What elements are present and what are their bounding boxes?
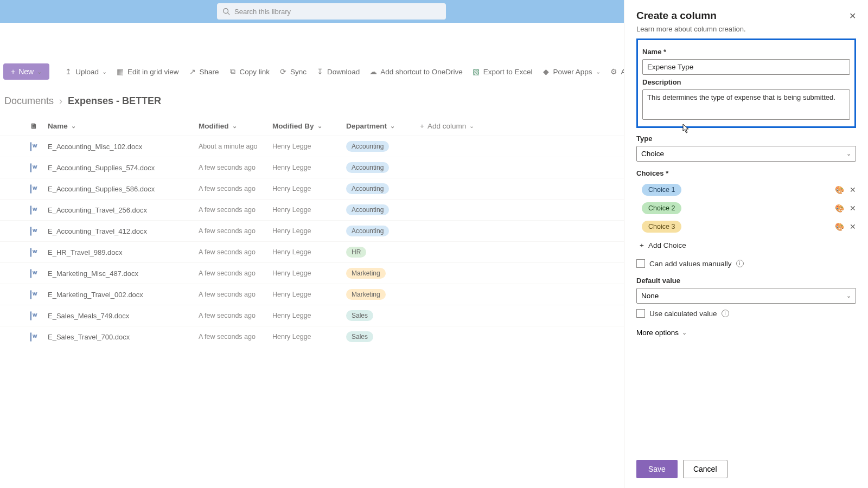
modified-by-text[interactable]: Henry Legge: [272, 227, 311, 235]
onedrive-icon: ☁: [369, 68, 377, 75]
add-column-button[interactable]: +Add column⌄: [420, 122, 501, 130]
file-name[interactable]: E_Sales_Travel_700.docx: [48, 333, 130, 341]
file-name[interactable]: E_Accounting_Misc_102.docx: [48, 143, 142, 151]
col-name-label: Name: [48, 122, 68, 130]
remove-choice-icon[interactable]: ✕: [850, 185, 856, 194]
search-placeholder: Search this library: [234, 8, 291, 16]
copy-link-label: Copy link: [240, 68, 270, 76]
default-value-label: Default value: [636, 277, 856, 285]
use-calculated-checkbox[interactable]: Use calculated value i: [636, 309, 856, 318]
file-name[interactable]: E_Accounting_Supplies_574.docx: [48, 164, 155, 172]
word-doc-icon: [30, 163, 31, 172]
default-value-select[interactable]: None ⌄: [636, 288, 856, 304]
department-pill: Sales: [346, 331, 373, 342]
file-type-header-icon[interactable]: 🗎: [30, 122, 48, 130]
file-name[interactable]: E_Marketing_Misc_487.docx: [48, 269, 138, 278]
breadcrumb-current: Expenses - BETTER: [68, 95, 161, 107]
sync-icon: ⟳: [279, 68, 287, 75]
panel-title: Create a column: [636, 10, 717, 22]
modified-by-text[interactable]: Henry Legge: [272, 291, 311, 298]
col-modified-label: Modified: [199, 122, 229, 130]
modified-by-text[interactable]: Henry Legge: [272, 143, 311, 150]
department-pill: Accounting: [346, 162, 389, 173]
department-pill: Accounting: [346, 204, 389, 215]
name-label: Name *: [642, 48, 850, 56]
word-doc-icon: [30, 290, 31, 299]
palette-icon[interactable]: 🎨: [835, 222, 844, 231]
download-icon: ↧: [316, 68, 324, 75]
palette-icon[interactable]: 🎨: [835, 185, 844, 194]
chevron-down-icon: ⌄: [232, 123, 237, 130]
info-icon[interactable]: i: [736, 260, 744, 267]
export-excel-button[interactable]: ▧Export to Excel: [473, 68, 533, 76]
can-add-manually-checkbox[interactable]: Can add values manually i: [636, 259, 856, 268]
new-button[interactable]: + New ⌄: [3, 63, 49, 80]
copy-link-button[interactable]: ⧉Copy link: [229, 68, 270, 76]
file-name[interactable]: E_HR_Travel_989.docx: [48, 248, 123, 256]
powerapps-icon: ◆: [542, 68, 550, 75]
use-calc-label: Use calculated value: [649, 310, 717, 318]
share-label: Share: [200, 68, 219, 76]
modified-text: About a minute ago: [199, 143, 257, 150]
share-button[interactable]: ↗Share: [189, 68, 219, 76]
file-name[interactable]: E_Marketing_Travel_002.docx: [48, 291, 143, 299]
save-button[interactable]: Save: [636, 460, 678, 478]
svg-line-1: [228, 13, 230, 15]
word-doc-icon: [30, 184, 31, 194]
share-icon: ↗: [189, 68, 196, 75]
add-column-label: Add column: [427, 122, 466, 130]
search-box[interactable]: Search this library: [217, 3, 446, 20]
file-name[interactable]: E_Sales_Meals_749.docx: [48, 312, 129, 320]
export-excel-label: Export to Excel: [483, 68, 533, 76]
choice-pill[interactable]: Choice 2: [642, 202, 681, 214]
cancel-button[interactable]: Cancel: [683, 460, 727, 478]
svg-point-0: [224, 9, 228, 14]
word-doc-icon: [30, 311, 31, 320]
edit-grid-button[interactable]: ▦Edit in grid view: [117, 68, 179, 76]
close-icon[interactable]: ✕: [849, 11, 856, 21]
new-label: New: [18, 67, 34, 76]
choice-pill[interactable]: Choice 1: [642, 184, 681, 196]
modified-by-text[interactable]: Henry Legge: [272, 333, 311, 341]
remove-choice-icon[interactable]: ✕: [850, 204, 856, 213]
col-by-label: Modified By: [272, 122, 314, 130]
panel-subtitle-link[interactable]: Learn more about column creation.: [636, 25, 856, 33]
name-input[interactable]: [642, 59, 850, 75]
column-header-modified-by[interactable]: Modified By⌄: [272, 122, 346, 130]
edit-grid-label: Edit in grid view: [127, 68, 179, 76]
file-name[interactable]: E_Accounting_Travel_412.docx: [48, 227, 147, 235]
download-button[interactable]: ↧Download: [316, 68, 360, 76]
upload-button[interactable]: ↥Upload⌄: [65, 68, 107, 76]
modified-text: A few seconds ago: [199, 185, 256, 192]
chevron-down-icon: ⌄: [596, 68, 601, 75]
excel-icon: ▧: [473, 68, 480, 75]
sync-button[interactable]: ⟳Sync: [279, 68, 307, 76]
modified-by-text[interactable]: Henry Legge: [272, 164, 311, 171]
column-header-department[interactable]: Department⌄: [346, 122, 420, 130]
palette-icon[interactable]: 🎨: [835, 204, 844, 213]
choice-pill[interactable]: Choice 3: [642, 221, 681, 233]
create-column-panel: Create a column ✕ Learn more about colum…: [624, 0, 868, 488]
power-apps-button[interactable]: ◆Power Apps⌄: [542, 68, 601, 76]
modified-text: A few seconds ago: [199, 333, 256, 341]
add-shortcut-button[interactable]: ☁Add shortcut to OneDrive: [369, 68, 463, 76]
plus-icon: +: [420, 122, 424, 130]
remove-choice-icon[interactable]: ✕: [850, 222, 856, 231]
add-choice-button[interactable]: + Add Choice: [640, 241, 856, 249]
column-header-name[interactable]: Name⌄: [48, 122, 199, 130]
modified-by-text[interactable]: Henry Legge: [272, 269, 311, 277]
info-icon[interactable]: i: [722, 310, 729, 317]
description-input[interactable]: [642, 89, 850, 120]
modified-text: A few seconds ago: [199, 227, 256, 235]
type-select[interactable]: Choice ⌄: [636, 146, 856, 162]
modified-by-text[interactable]: Henry Legge: [272, 312, 311, 319]
breadcrumb-root[interactable]: Documents: [4, 95, 54, 107]
column-header-modified[interactable]: Modified⌄: [199, 122, 272, 130]
add-shortcut-label: Add shortcut to OneDrive: [380, 68, 463, 76]
modified-by-text[interactable]: Henry Legge: [272, 185, 311, 192]
modified-by-text[interactable]: Henry Legge: [272, 248, 311, 256]
modified-by-text[interactable]: Henry Legge: [272, 206, 311, 214]
file-name[interactable]: E_Accounting_Supplies_586.docx: [48, 185, 155, 193]
file-name[interactable]: E_Accounting_Travel_256.docx: [48, 206, 147, 214]
more-options-toggle[interactable]: More options ⌄: [636, 329, 856, 337]
